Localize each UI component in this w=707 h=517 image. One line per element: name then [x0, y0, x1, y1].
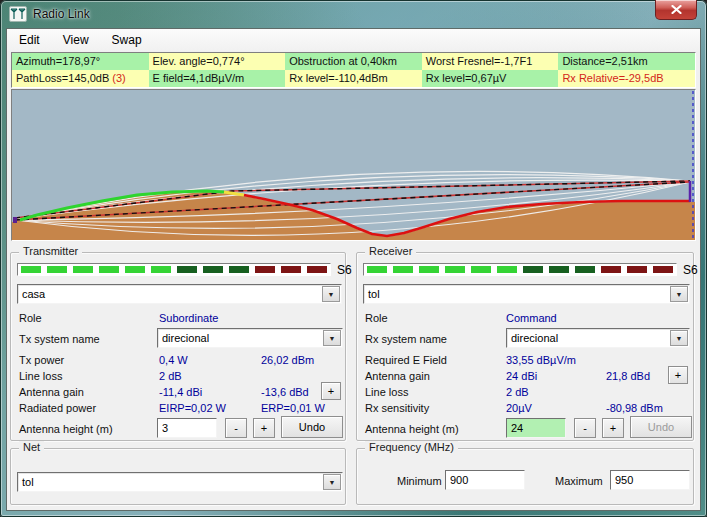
signal-segment: [99, 266, 119, 273]
profile-svg: [12, 90, 695, 240]
radio-link-window: Radio Link Edit View Swap Azimuth=178,97…: [0, 0, 707, 517]
elevation-angle-value: Elev. angle=0,774°: [149, 53, 286, 70]
rx-height-decrease-button[interactable]: -: [574, 418, 596, 438]
net-combo[interactable]: tol ▼: [17, 472, 343, 492]
rx-role-label: Role: [365, 312, 388, 324]
title-bar[interactable]: Radio Link: [0, 0, 707, 29]
net-combo-arrow[interactable]: ▼: [323, 474, 341, 490]
rx-gain-dbd: 21,8 dBd: [606, 370, 650, 382]
terrain-profile-chart: [11, 89, 696, 241]
close-icon: [671, 5, 682, 14]
signal-segment: [471, 266, 491, 273]
menu-swap[interactable]: Swap: [104, 29, 150, 51]
frequency-max-input[interactable]: [610, 470, 690, 490]
rx-antenna-height-input[interactable]: [506, 418, 566, 438]
window-title: Radio Link: [33, 7, 90, 21]
signal-segment: [255, 266, 275, 273]
tx-height-increase-button[interactable]: +: [253, 418, 275, 438]
rx-unit-combo[interactable]: tol ▼: [363, 284, 690, 304]
tx-unit-combo[interactable]: casa ▼: [17, 284, 342, 304]
signal-segment: [549, 266, 569, 273]
tx-signal-label: S6: [337, 263, 352, 277]
rx-sensitivity-uv: 20µV: [506, 402, 532, 414]
tx-power-label: Tx power: [19, 354, 64, 366]
tx-antenna-height-input[interactable]: [157, 418, 217, 438]
frequency-min-label: Minimum: [397, 475, 442, 487]
rx-level-dbm-value: Rx level=-110,4dBm: [285, 70, 422, 87]
signal-segment: [497, 266, 517, 273]
menu-view[interactable]: View: [55, 29, 97, 51]
tx-power-dbm: 26,02 dBm: [261, 354, 314, 366]
close-button[interactable]: [655, 0, 697, 20]
rx-line-loss-value: 2 dB: [506, 386, 529, 398]
tx-signal-strength-bar: [17, 263, 331, 276]
obstruction-value: Obstruction at 0,40km: [285, 53, 422, 70]
signal-segment: [575, 266, 595, 273]
rx-level-uv-value: Rx level=0,67µV: [422, 70, 559, 87]
signal-segment: [177, 266, 197, 273]
signal-segment: [601, 266, 621, 273]
signal-segment: [125, 266, 145, 273]
signal-segment: [47, 266, 67, 273]
receiver-group-label: Receiver: [365, 245, 416, 257]
tx-radiated-power-label: Radiated power: [19, 402, 96, 414]
rx-antenna-gain-plus-button[interactable]: +: [668, 366, 688, 384]
transmitter-group: Transmitter S6 casa ▼ Role Subordinate T…: [10, 252, 346, 441]
signal-segment: [393, 266, 413, 273]
distance-value: Distance=2,51km: [558, 53, 695, 70]
rx-height-increase-button[interactable]: +: [602, 418, 624, 438]
tx-line-loss-label: Line loss: [19, 370, 62, 382]
tx-undo-button[interactable]: Undo: [281, 416, 343, 438]
signal-segment: [627, 266, 647, 273]
rx-relative-value: Rx Relative=-29,5dB: [558, 70, 695, 87]
tx-role-label: Role: [19, 312, 42, 324]
frequency-max-label: Maximum: [555, 475, 603, 487]
link-status-bar: Azimuth=178,97° Elev. angle=0,774° Obstr…: [11, 52, 696, 88]
azimuth-value: Azimuth=178,97°: [12, 53, 149, 70]
signal-segment: [229, 266, 249, 273]
net-group-label: Net: [19, 441, 44, 453]
tx-system-combo[interactable]: direcional ▼: [157, 328, 343, 348]
signal-segment: [281, 266, 301, 273]
rx-role-value: Command: [506, 312, 557, 324]
pathloss-value: PathLoss=145,0dB (3): [12, 70, 149, 87]
net-group: Net tol ▼: [10, 448, 346, 505]
transmitter-group-label: Transmitter: [19, 245, 82, 257]
tx-gain-dbd: -13,6 dBd: [261, 386, 309, 398]
worst-fresnel-value: Worst Fresnel=-1,7F1: [422, 53, 559, 70]
signal-segment: [73, 266, 93, 273]
rx-sensitivity-label: Rx sensitivity: [365, 402, 429, 414]
receiver-group: Receiver S6 tol ▼ Role Command Rx system…: [356, 252, 694, 441]
rx-signal-strength-bar: [363, 263, 677, 276]
rx-undo-button: Undo: [630, 416, 692, 438]
rx-required-e-field-value: 33,55 dBµV/m: [506, 354, 576, 366]
tx-system-combo-arrow[interactable]: ▼: [323, 330, 341, 346]
frequency-group: Frequency (MHz) Minimum Maximum: [356, 448, 694, 505]
rx-antenna-height-label: Antenna height (m): [365, 423, 459, 435]
rx-gain-dbi: 24 dBi: [506, 370, 537, 382]
tx-system-label: Tx system name: [19, 333, 100, 345]
rx-unit-combo-arrow[interactable]: ▼: [670, 286, 688, 302]
signal-segment: [653, 266, 673, 273]
rx-sensitivity-dbm: -80,98 dBm: [606, 402, 663, 414]
tx-line-loss-value: 2 dB: [159, 370, 182, 382]
tx-height-decrease-button[interactable]: -: [225, 418, 247, 438]
signal-segment: [419, 266, 439, 273]
menu-edit[interactable]: Edit: [11, 29, 48, 51]
rx-line-loss-label: Line loss: [365, 386, 408, 398]
signal-segment: [307, 266, 327, 273]
app-icon: [9, 6, 27, 22]
frequency-group-label: Frequency (MHz): [365, 441, 458, 453]
e-field-value: E field=4,1dBµV/m: [149, 70, 286, 87]
tx-antenna-gain-label: Antenna gain: [19, 386, 84, 398]
tx-power-watts: 0,4 W: [159, 354, 188, 366]
tx-antenna-gain-plus-button[interactable]: +: [321, 382, 341, 400]
rx-system-combo-arrow[interactable]: ▼: [670, 330, 688, 346]
rx-system-combo[interactable]: direcional ▼: [506, 328, 690, 348]
frequency-min-input[interactable]: [445, 470, 525, 490]
rx-required-e-field-label: Required E Field: [365, 354, 447, 366]
signal-segment: [367, 266, 387, 273]
tx-antenna-marker: [13, 217, 17, 223]
tx-erp-value: ERP=0,01 W: [261, 402, 325, 414]
tx-unit-combo-arrow[interactable]: ▼: [322, 286, 340, 302]
